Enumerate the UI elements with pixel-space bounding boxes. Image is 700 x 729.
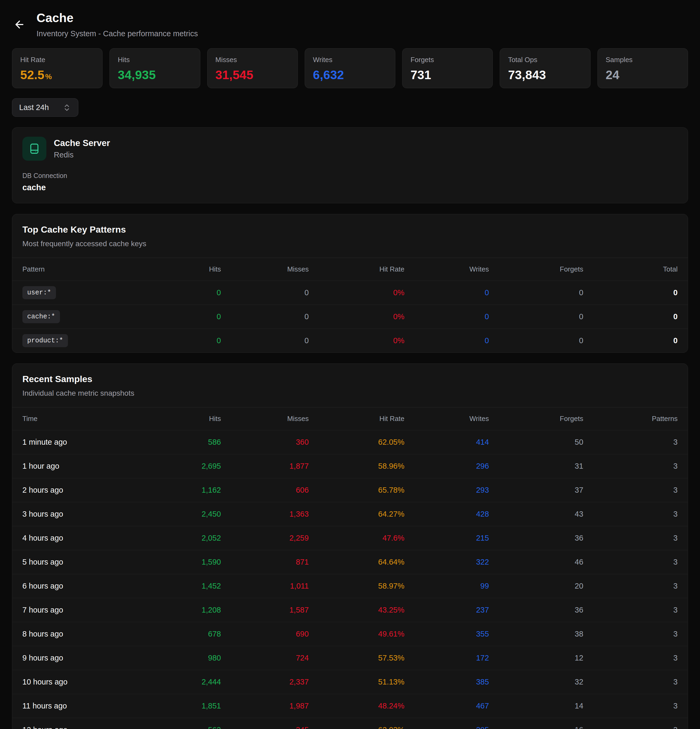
hit-rate-cell: 0% <box>309 312 404 321</box>
forgets-cell: 0 <box>489 312 583 321</box>
writes-cell: 467 <box>404 701 489 710</box>
table-row: 5 hours ago1,59087164.64%322463 <box>12 550 688 574</box>
column-header-hits: Hits <box>125 265 221 273</box>
hit-rate-cell: 43.25% <box>309 606 404 614</box>
misses-cell: 690 <box>221 630 309 638</box>
patterns-count-cell: 3 <box>583 653 678 662</box>
stat-label: Misses <box>216 56 290 64</box>
pattern-badge: user:* <box>22 286 56 299</box>
time-cell: 9 hours ago <box>22 653 125 662</box>
misses-cell: 2,259 <box>221 534 309 543</box>
stat-label: Forgets <box>410 56 484 64</box>
hits-cell: 980 <box>125 653 221 662</box>
hit-rate-cell: 49.61% <box>309 630 404 638</box>
misses-cell: 345 <box>221 726 309 729</box>
hits-cell: 562 <box>125 726 221 729</box>
samples-table-header: TimeHitsMissesHit RateWritesForgetsPatte… <box>12 407 688 430</box>
stat-card-writes: Writes6,632 <box>305 48 395 88</box>
total-cell: 0 <box>583 288 678 297</box>
arrow-left-icon <box>14 19 25 30</box>
stat-value: 73,843 <box>508 68 582 82</box>
pattern-badge: cache:* <box>22 310 60 323</box>
hit-rate-cell: 48.24% <box>309 701 404 710</box>
table-row: product:*000%000 <box>12 328 688 353</box>
writes-cell: 293 <box>404 486 489 495</box>
back-button[interactable] <box>12 17 27 32</box>
patterns-table-header: PatternHitsMissesHit RateWritesForgetsTo… <box>12 258 688 280</box>
misses-cell: 1,877 <box>221 462 309 471</box>
stat-value: 34,935 <box>118 68 192 82</box>
pattern-badge: product:* <box>22 334 68 347</box>
column-header-patterns: Patterns <box>583 415 678 423</box>
column-header-time: Time <box>22 415 125 423</box>
time-cell: 6 hours ago <box>22 582 125 590</box>
table-row: 9 hours ago98072457.53%172123 <box>12 646 688 670</box>
cache-server-card: Cache Server Redis DB Connection cache <box>12 127 688 203</box>
stat-suffix: % <box>45 73 52 81</box>
hits-cell: 586 <box>125 438 221 447</box>
hit-rate-cell: 0% <box>309 288 404 297</box>
stat-value: 31,545 <box>216 68 290 82</box>
patterns-count-cell: 3 <box>583 462 678 471</box>
pattern-cell: product:* <box>22 334 125 347</box>
pattern-cell: user:* <box>22 286 125 299</box>
forgets-cell: 12 <box>489 653 583 662</box>
hits-cell: 2,052 <box>125 534 221 543</box>
hit-rate-cell: 58.97% <box>309 582 404 590</box>
hit-rate-cell: 51.13% <box>309 678 404 686</box>
time-cell: 8 hours ago <box>22 630 125 638</box>
total-cell: 0 <box>583 336 678 345</box>
forgets-cell: 16 <box>489 726 583 729</box>
patterns-count-cell: 3 <box>583 678 678 686</box>
samples-panel: Recent Samples Individual cache metric s… <box>12 363 688 729</box>
stat-card-samples: Samples24 <box>597 48 688 88</box>
patterns-count-cell: 3 <box>583 726 678 729</box>
misses-cell: 0 <box>221 288 309 297</box>
time-cell: 1 hour ago <box>22 462 125 471</box>
time-cell: 10 hours ago <box>22 678 125 686</box>
hits-cell: 2,695 <box>125 462 221 471</box>
forgets-cell: 38 <box>489 630 583 638</box>
patterns-count-cell: 3 <box>583 630 678 638</box>
stat-value: 52.5% <box>20 68 94 82</box>
time-range-select[interactable]: Last 24h <box>12 98 78 117</box>
forgets-cell: 43 <box>489 510 583 518</box>
misses-cell: 1,011 <box>221 582 309 590</box>
patterns-panel: Top Cache Key Patterns Most frequently a… <box>12 214 688 353</box>
stat-label: Hits <box>118 56 192 64</box>
forgets-cell: 14 <box>489 701 583 710</box>
samples-table-body: 1 minute ago58636062.05%4145031 hour ago… <box>12 430 688 729</box>
hits-cell: 1,162 <box>125 486 221 495</box>
misses-cell: 0 <box>221 336 309 345</box>
pattern-cell: cache:* <box>22 310 125 323</box>
server-name: Cache Server <box>54 138 110 148</box>
hits-cell: 0 <box>125 336 221 345</box>
table-row: 11 hours ago1,8511,98748.24%467143 <box>12 694 688 718</box>
stat-value: 731 <box>410 68 484 82</box>
samples-title: Recent Samples <box>22 374 678 384</box>
hits-cell: 0 <box>125 312 221 321</box>
hit-rate-cell: 62.05% <box>309 438 404 447</box>
table-row: 12 hours ago56234562.03%205163 <box>12 718 688 729</box>
hit-rate-cell: 57.53% <box>309 653 404 662</box>
stats-row: Hit Rate52.5%Hits34,935Misses31,545Write… <box>12 48 688 88</box>
column-header-hit-rate: Hit Rate <box>309 415 404 423</box>
misses-cell: 2,337 <box>221 678 309 686</box>
forgets-cell: 32 <box>489 678 583 686</box>
stat-label: Total Ops <box>508 56 582 64</box>
stat-card-misses: Misses31,545 <box>207 48 298 88</box>
column-header-hits: Hits <box>125 415 221 423</box>
column-header-hit-rate: Hit Rate <box>309 265 404 273</box>
forgets-cell: 31 <box>489 462 583 471</box>
time-cell: 4 hours ago <box>22 534 125 543</box>
hits-cell: 1,851 <box>125 701 221 710</box>
time-cell: 11 hours ago <box>22 701 125 710</box>
stat-label: Hit Rate <box>20 56 94 64</box>
misses-cell: 1,987 <box>221 701 309 710</box>
server-type: Redis <box>54 151 110 159</box>
stat-value: 6,632 <box>313 68 387 82</box>
patterns-table-body: user:*000%000cache:*000%000product:*000%… <box>12 280 688 353</box>
writes-cell: 237 <box>404 606 489 614</box>
forgets-cell: 36 <box>489 534 583 543</box>
table-row: cache:*000%000 <box>12 305 688 328</box>
